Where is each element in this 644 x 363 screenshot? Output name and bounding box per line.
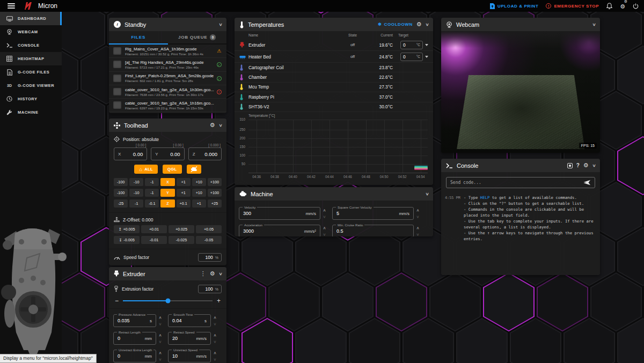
kebab-menu-icon[interactable]: ⋮ [200,270,206,277]
stepper-down-icon[interactable]: > [212,340,217,343]
z-offset-down-button--0.005[interactable]: ↧-0.005 [114,236,140,244]
jog-axis-x[interactable]: X [160,178,174,186]
input-field[interactable]: Smooth Time0.04s [168,314,211,327]
jog-button-y--1[interactable]: -1 [145,189,159,197]
gcode-file-row[interactable]: Rig_Mains_Cover_ASA_1h36m.gcodeFilament:… [109,45,226,58]
input-field[interactable]: Acceleration3000mm/s² [239,225,320,236]
sidebar-item-machine[interactable]: MACHINE [0,106,62,119]
jog-button-z--1[interactable]: -1 [129,199,143,208]
sidebar-item-g-code-files[interactable]: G-CODE FILES [0,65,62,79]
target-preset-dropdown-icon[interactable] [425,44,428,46]
ui-settings-gears-icon[interactable]: ⚙ ⚙ [620,1,625,11]
jog-button-z-+0.1[interactable]: +0.1 [177,199,191,208]
gear-icon[interactable]: ⚙ [416,21,422,27]
axis-position-box[interactable]: Y0.00 [151,147,184,160]
stepper-down-icon[interactable]: > [157,323,162,325]
jog-button-x--1[interactable]: -1 [145,178,159,186]
z-offset-down-button--0.01[interactable]: -0.01 [141,236,167,244]
tab-job-queue[interactable]: JOB QUEUE 0 [168,31,227,43]
command-help-icon[interactable]: ? [576,162,580,168]
jog-button-z--0.1[interactable]: -0.1 [145,199,159,208]
gear-icon[interactable]: ⚙ [210,122,215,128]
stepper-up-icon[interactable]: > [415,227,420,229]
sidebar-item-heightmap[interactable]: HEIGHTMAP [0,52,62,65]
collapse-chevron-icon[interactable]: > [591,23,596,26]
jog-button-y-+100[interactable]: +100 [208,189,222,197]
upload-and-print-button[interactable]: UPLOAD & PRINT [490,3,538,9]
z-offset-up-button-+0.01[interactable]: +0.01 [141,225,167,233]
jog-button-y-+1[interactable]: +1 [177,189,191,197]
hide-temporary-messages-icon[interactable] [567,163,573,168]
sidebar-item-webcam[interactable]: WEBCAM [0,25,62,39]
collapse-chevron-icon[interactable]: > [217,124,223,127]
axis-position-box[interactable]: Z0.000 [188,147,222,160]
stepper-up-icon[interactable]: > [415,209,420,212]
emergency-stop-button[interactable]: ! EMERGENCY STOP [546,3,599,9]
target-temp-input-box[interactable]: °C [400,41,423,49]
jog-button-z-+25[interactable]: +25 [208,199,222,208]
z-offset-up-button-+0.05[interactable]: +0.05 [196,225,222,233]
input-field[interactable]: Retract Length0mm [113,332,156,345]
target-temp-input[interactable] [403,54,413,60]
notifications-bell-icon[interactable] [606,3,612,9]
z-offset-down-button--0.05[interactable]: -0.05 [196,236,222,244]
stepper-up-icon[interactable]: > [157,352,162,354]
target-temp-input-box[interactable]: °C [400,53,423,61]
gcode-file-row[interactable]: [a]_The Rig Handles_ASA_29m46s.gcodeFila… [109,58,226,71]
jog-button-z-+1[interactable]: +1 [192,199,206,208]
stepper-up-icon[interactable]: > [212,316,217,319]
z-offset-up-button-+0.005[interactable]: ↥+0.005 [114,225,140,233]
z-offset-down-button--0.025[interactable]: -0.025 [169,236,194,244]
hamburger-menu-icon[interactable] [8,3,15,9]
input-field[interactable]: Velocity300mm/s [239,207,320,220]
collapse-chevron-icon[interactable]: > [424,23,429,26]
help-command-link[interactable]: HELP [480,195,490,200]
speed-factor-value-box[interactable]: 100 % [198,253,222,262]
jog-button-y--10[interactable]: -10 [129,189,143,197]
sidebar-item-history[interactable]: HISTORY [0,92,62,106]
input-field[interactable]: Min. Cruise Ratio0.5 [332,225,414,236]
send-icon[interactable] [583,180,591,186]
gcode-file-row[interactable]: cable_cover_3010_fan_g2e_ASA_1h16m.gco..… [109,99,226,112]
jog-button-x-+10[interactable]: +10 [192,178,206,186]
target-temp-input[interactable] [403,42,413,48]
stepper-down-icon[interactable]: > [321,216,326,218]
collapse-chevron-icon[interactable]: > [424,192,429,195]
stepper-down-icon[interactable]: > [157,340,162,343]
sidebar-item-g-code-viewer[interactable]: 3DG-CODE VIEWER [0,79,62,92]
jog-button-x-+100[interactable]: +100 [208,178,222,186]
collapse-chevron-icon[interactable]: > [217,272,223,275]
gear-icon[interactable]: ⚙ [210,271,215,277]
power-icon[interactable] [633,3,639,9]
stepper-down-icon[interactable]: > [212,358,217,361]
tab-files[interactable]: FILES [109,31,168,43]
slider-track[interactable] [123,300,213,301]
motors-off-button[interactable] [187,165,201,174]
sidebar-item-dashboard[interactable]: DASHBOARD [0,12,62,25]
jog-button-x--10[interactable]: -10 [129,178,143,186]
input-field[interactable]: Pressure Advance0.035s [113,314,156,327]
collapse-chevron-icon[interactable]: > [217,23,223,26]
sidebar-item-console[interactable]: CONSOLE [0,39,62,52]
slider-increase-button[interactable]: + [217,298,221,304]
stepper-down-icon[interactable]: > [415,216,420,218]
home-all-button[interactable]: ⌂ ALL [134,165,158,174]
z-offset-up-button-+0.025[interactable]: +0.025 [169,225,194,233]
gcode-file-row[interactable]: cable_cover_3010_fan_g2e_ASA_1h30m.gco..… [109,85,226,99]
gear-icon[interactable]: ⚙ [583,162,589,168]
qgl-button[interactable]: QGL [163,165,181,174]
input-field[interactable]: Unretract Extra Length0mm [113,350,156,362]
target-preset-dropdown-icon[interactable] [425,56,428,58]
console-input[interactable] [450,180,583,185]
stepper-up-icon[interactable]: > [157,316,162,319]
input-field[interactable]: Retract Speed20mm/s [168,332,211,345]
stepper-down-icon[interactable]: > [321,233,326,236]
jog-button-y-+10[interactable]: +10 [192,189,206,197]
stepper-up-icon[interactable]: > [212,352,217,354]
cooldown-button[interactable]: ❄ COOLDOWN [378,22,413,27]
jog-button-x-+1[interactable]: +1 [177,178,191,186]
jog-button-z--25[interactable]: -25 [114,199,128,208]
extrusion-factor-value-box[interactable]: 100 % [198,285,222,293]
stepper-down-icon[interactable]: > [212,323,217,325]
stepper-up-icon[interactable]: > [321,209,326,212]
